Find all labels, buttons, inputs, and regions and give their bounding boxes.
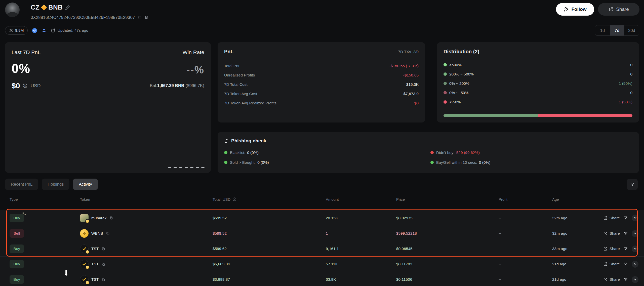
cell-age: 32m ago (552, 216, 600, 220)
table-row[interactable]: Buy TST $6,683.94 57.11K $0.11703 (0, 256, 644, 272)
token-icon-tst (80, 244, 89, 253)
cell-profit: -- (499, 216, 552, 220)
status-dot (224, 151, 227, 154)
phish-sold-gt-bought: Sold > Bought:0 (0%) (224, 160, 430, 165)
token-name[interactable]: TST (91, 277, 99, 282)
col-price: Price (396, 197, 499, 201)
table-row[interactable]: Buy mubarak (0, 210, 644, 226)
range-1d[interactable]: 1d (595, 25, 610, 35)
table-row[interactable]: Buy TST $3,888.87 33.8K $0.11506 (0, 272, 644, 286)
table-row[interactable]: Sell WBNB (0, 226, 644, 241)
row-share-button[interactable]: Share (603, 231, 620, 236)
wallet-name: CZ (31, 4, 39, 11)
col-age: Age (552, 197, 600, 201)
token-name[interactable]: TST (91, 262, 99, 266)
stat-row-unrealized: Unrealized Profits-$150.65 (224, 70, 419, 80)
dist-link-lt-neg50[interactable]: 1 (50%) (619, 100, 632, 104)
distribution-bar-green (444, 114, 538, 117)
row-filter-icon[interactable] (624, 277, 628, 282)
cell-amount: 57.11K (326, 262, 396, 266)
summary-title: Last 7D PnL (12, 49, 41, 55)
dist-link-0-200[interactable]: 1 (50%) (619, 81, 632, 86)
copy-token-icon[interactable] (101, 247, 105, 251)
gmgn-logo-icon[interactable] (632, 246, 638, 252)
gmgn-logo-icon[interactable] (632, 276, 638, 283)
section-tabs: Recent PnL Holdings Activity (5, 179, 98, 190)
row-filter-icon[interactable] (624, 216, 628, 220)
pie-chart-icon[interactable] (144, 15, 148, 20)
gmgn-logo-icon[interactable] (632, 215, 638, 221)
token-name[interactable]: TST (91, 247, 99, 251)
x-followers-badge[interactable]: 9.8M (5, 26, 28, 35)
share-icon (603, 216, 608, 220)
share-label: Share (616, 7, 629, 12)
distribution-title: Distribution (2) (444, 49, 479, 54)
share-icon (603, 277, 608, 282)
dist-row-0-neg50: 0% ~ -50%0 (444, 88, 632, 97)
tab-recent-pnl[interactable]: Recent PnL (5, 179, 38, 190)
gmgn-logo-icon[interactable] (632, 230, 638, 237)
phishing-check-card: Phishing check Blacklist:0 (0%) Didn't b… (218, 132, 639, 173)
token-name[interactable]: WBNB (91, 231, 103, 236)
cell-total: $6,683.94 (213, 262, 326, 266)
copy-token-icon[interactable] (109, 216, 113, 220)
row-share-button[interactable]: Share (603, 262, 620, 266)
wallet-address: 0X28816C4C4792467390C90E5B426F198570E293… (31, 15, 135, 20)
wallet-name-row: CZ BNB (31, 4, 70, 11)
share-button[interactable]: Share (598, 3, 639, 16)
row-share-button[interactable]: Share (603, 247, 620, 251)
buy-badge: Buy (10, 214, 24, 222)
tab-activity[interactable]: Activity (73, 179, 98, 190)
cell-price: $0.06545 (396, 247, 499, 251)
phishing-title: Phishing check (231, 138, 266, 144)
svg-text:$: $ (234, 198, 235, 200)
tab-holdings[interactable]: Holdings (42, 179, 69, 190)
edit-icon[interactable] (65, 5, 70, 10)
token-name[interactable]: mubarak (91, 216, 106, 220)
range-30d[interactable]: 30d (624, 25, 639, 35)
table-row[interactable]: Buy TST $599.62 9,161.1 $0.06545 (0, 241, 644, 256)
token-icon-tst (80, 275, 89, 284)
phish-didnt-buy: Didn't buy:529 (99.62%) (430, 150, 632, 155)
row-share-button[interactable]: Share (603, 216, 620, 220)
cell-amount: 33.8K (326, 277, 396, 282)
copy-token-icon[interactable] (101, 262, 105, 266)
table-filter-button[interactable] (627, 179, 638, 190)
range-7d[interactable]: 7d (610, 25, 624, 35)
dist-row-200-500: 200% ~ 500%0 (444, 69, 632, 79)
follow-button[interactable]: Follow (556, 3, 594, 16)
person-add-icon (564, 7, 569, 12)
gmgn-logo-icon[interactable] (632, 261, 638, 268)
dist-dot (444, 82, 447, 85)
pnl-panel-title: PnL (224, 49, 234, 55)
col-total-usd[interactable]: TotalUSD $ (213, 197, 326, 201)
copy-token-icon[interactable] (101, 278, 105, 281)
distribution-bar-red (538, 114, 633, 117)
bnb-diamond-icon (41, 4, 47, 10)
linked-profile-icon[interactable] (42, 28, 47, 33)
row-filter-icon[interactable] (624, 262, 628, 266)
currency-label: USD (30, 83, 41, 89)
row-filter-icon[interactable] (624, 247, 628, 251)
refresh-icon[interactable] (51, 28, 55, 33)
currency-switch-icon[interactable]: $ (22, 83, 28, 89)
distribution-bar (444, 114, 632, 117)
pnl-summary-card: Last 7D PnL Win Rate 0% --% $0 $ USD Bal… (5, 42, 211, 173)
copy-token-icon[interactable] (106, 232, 110, 235)
chain-name: BNB (48, 4, 63, 11)
token-icon-tst (80, 260, 89, 268)
share-icon (609, 7, 614, 12)
activity-table: Type Token TotalUSD $ Amount Price Profi… (0, 194, 644, 286)
row-share-button[interactable]: Share (603, 277, 620, 282)
copy-address-icon[interactable] (137, 15, 142, 20)
row-filter-icon[interactable] (624, 231, 628, 236)
table-header-row: Type Token TotalUSD $ Amount Price Profi… (0, 194, 644, 204)
share-icon (603, 247, 608, 251)
share-icon (603, 231, 608, 236)
stat-row-avg-realized: 7D Token Avg Realized Profits$0 (224, 98, 419, 108)
cell-price: $0.11506 (396, 277, 499, 282)
col-type: Type (10, 197, 80, 201)
stat-row-total-cost: 7D Total Cost$15.3K (224, 80, 419, 89)
buy-badge: Buy (10, 244, 24, 253)
txs-counter: 7D TXs 2/0 (398, 50, 419, 54)
